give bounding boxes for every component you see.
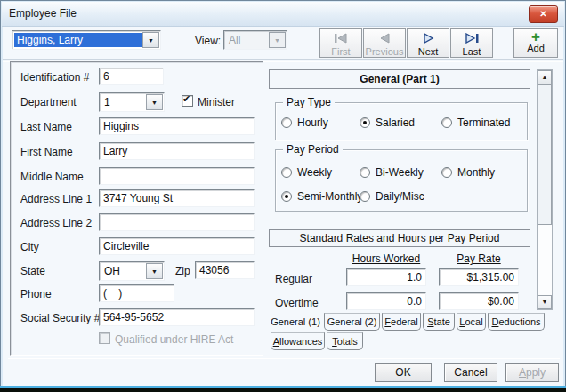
radio-icon xyxy=(441,117,452,128)
panel-scrollbar[interactable]: ▲ ▼ xyxy=(537,69,553,310)
tab-totals[interactable]: Totals xyxy=(327,332,363,350)
last-name-label: Last Name xyxy=(20,121,72,133)
employee-selector-value: Higgins, Larry xyxy=(14,33,142,47)
add-employee-button[interactable]: + Add xyxy=(513,28,558,58)
scroll-up-button[interactable]: ▲ xyxy=(538,70,552,84)
radio-label: Hourly xyxy=(297,116,328,129)
chevron-down-icon[interactable]: ▼ xyxy=(146,263,163,279)
ok-button[interactable]: OK xyxy=(375,363,432,382)
last-icon xyxy=(462,33,481,44)
add-button-label: Add xyxy=(514,43,557,53)
minister-label[interactable]: Minister xyxy=(198,96,235,108)
department-selector[interactable]: 1 ▼ xyxy=(99,92,165,112)
tab-label: tate xyxy=(433,316,449,327)
view-selector-value: All xyxy=(226,33,269,47)
add-icon: + xyxy=(514,30,557,44)
social-security-label: Social Security # xyxy=(20,312,100,324)
radio-icon xyxy=(441,167,452,178)
hire-act-label: Qualified under HIRE Act xyxy=(115,333,233,346)
last-name-field[interactable]: Higgins xyxy=(99,117,255,135)
pay-type-terminated-radio[interactable]: Terminated xyxy=(441,116,510,129)
scroll-down-button[interactable]: ▼ xyxy=(538,295,552,309)
pay-period-legend: Pay Period xyxy=(283,143,343,156)
hire-act-checkbox[interactable] xyxy=(99,332,110,344)
radio-label: Bi-Weekly xyxy=(376,166,424,179)
regular-hours-field[interactable]: 1.0 xyxy=(346,268,426,286)
pay-type-hourly-radio[interactable]: Hourly xyxy=(281,116,328,129)
apply-button-label: pply xyxy=(526,366,546,379)
zip-field[interactable]: 43056 xyxy=(195,261,255,279)
scroll-down-icon: ▼ xyxy=(542,299,548,305)
next-record-button[interactable]: Next xyxy=(407,28,449,58)
middle-name-field[interactable] xyxy=(99,167,255,185)
chevron-down-icon[interactable]: ▼ xyxy=(146,94,163,110)
regular-rate-field[interactable]: $1,315.00 xyxy=(439,268,519,286)
minister-checkbox[interactable]: ✔ xyxy=(182,95,193,107)
overtime-rate-field[interactable]: $0.00 xyxy=(439,292,519,310)
scroll-up-icon: ▲ xyxy=(542,74,548,80)
tab-label-key: A xyxy=(273,336,279,347)
pay-period-biweekly-radio[interactable]: Bi-Weekly xyxy=(360,166,424,179)
phone-label: Phone xyxy=(20,288,52,300)
hours-worked-column-header: Hours Worked xyxy=(346,252,426,265)
chevron-down-icon[interactable]: ▼ xyxy=(142,32,159,48)
address-line-1-field[interactable]: 3747 Young St xyxy=(99,189,255,207)
department-value: 1 xyxy=(101,95,146,109)
last-record-button[interactable]: Last xyxy=(450,28,493,58)
tab-label: ocal xyxy=(465,316,482,327)
pay-type-legend: Pay Type xyxy=(283,96,335,108)
pay-rate-column-header: Pay Rate xyxy=(439,252,519,265)
apply-button[interactable]: Apply xyxy=(505,363,559,382)
overtime-hours-field[interactable]: 0.0 xyxy=(346,292,426,310)
tab-label: General (2) xyxy=(327,316,377,327)
first-name-label: First Name xyxy=(20,146,73,158)
screen: Employee File ✕ Higgins, Larry ▼ View: A… xyxy=(0,0,566,392)
radio-label: Monthly xyxy=(457,166,495,179)
middle-name-label: Middle Name xyxy=(20,171,84,183)
phone-field[interactable]: ( ) xyxy=(99,284,174,302)
state-label: State xyxy=(20,265,45,277)
pay-period-weekly-radio[interactable]: Weekly xyxy=(281,166,332,179)
radio-label: Weekly xyxy=(297,166,332,179)
radio-icon xyxy=(360,117,370,128)
title-bar[interactable]: Employee File ✕ xyxy=(2,2,564,27)
social-security-field[interactable]: 564-95-5652 xyxy=(99,308,255,326)
window-bottom-edge xyxy=(0,386,566,388)
tab-general-2[interactable]: General (2) xyxy=(324,313,380,331)
tab-allowances[interactable]: Allowances xyxy=(271,332,325,350)
first-icon xyxy=(331,33,351,44)
next-icon xyxy=(418,33,438,44)
pay-period-semimonthly-radio[interactable]: Semi-Monthly xyxy=(281,190,362,203)
close-button[interactable]: ✕ xyxy=(529,5,558,23)
ok-button-label: OK xyxy=(395,366,410,379)
radio-icon xyxy=(281,191,292,202)
tab-general-1[interactable]: General (1) xyxy=(269,313,322,331)
checkmark-icon: ✔ xyxy=(182,93,190,105)
first-record-button[interactable]: First xyxy=(319,28,362,58)
view-selector[interactable]: All ▼ xyxy=(223,30,287,50)
cancel-button[interactable]: Cancel xyxy=(444,363,497,382)
employee-selector[interactable]: Higgins, Larry ▼ xyxy=(12,30,161,50)
pay-period-monthly-radio[interactable]: Monthly xyxy=(441,166,495,179)
address-line-2-label: Address Line 2 xyxy=(20,217,92,229)
tab-label: ederal xyxy=(391,316,418,327)
state-selector[interactable]: OH ▼ xyxy=(99,261,165,281)
previous-record-button[interactable]: Previous xyxy=(363,28,406,58)
address-line-1-label: Address Line 1 xyxy=(20,193,92,205)
pay-type-salaried-radio[interactable]: Salaried xyxy=(360,116,415,129)
tab-label: otals xyxy=(337,336,358,347)
tab-federal[interactable]: Federal xyxy=(382,313,421,331)
tab-local[interactable]: Local xyxy=(457,313,486,331)
next-button-label: Next xyxy=(408,46,449,57)
first-name-field[interactable]: Larry xyxy=(99,142,255,160)
tab-label: General (1) xyxy=(271,316,320,327)
scrollbar-thumb[interactable] xyxy=(538,84,552,225)
pay-period-dailymisc-radio[interactable]: Daily/Misc xyxy=(360,190,424,203)
identification-field[interactable]: 6 xyxy=(99,68,164,85)
tab-state[interactable]: State xyxy=(423,313,455,331)
cancel-button-label: Cancel xyxy=(454,366,487,379)
tab-deductions[interactable]: Deductions xyxy=(488,313,545,331)
address-line-2-field[interactable] xyxy=(99,213,255,231)
city-field[interactable]: Circleville xyxy=(99,237,255,255)
state-value: OH xyxy=(101,264,146,278)
